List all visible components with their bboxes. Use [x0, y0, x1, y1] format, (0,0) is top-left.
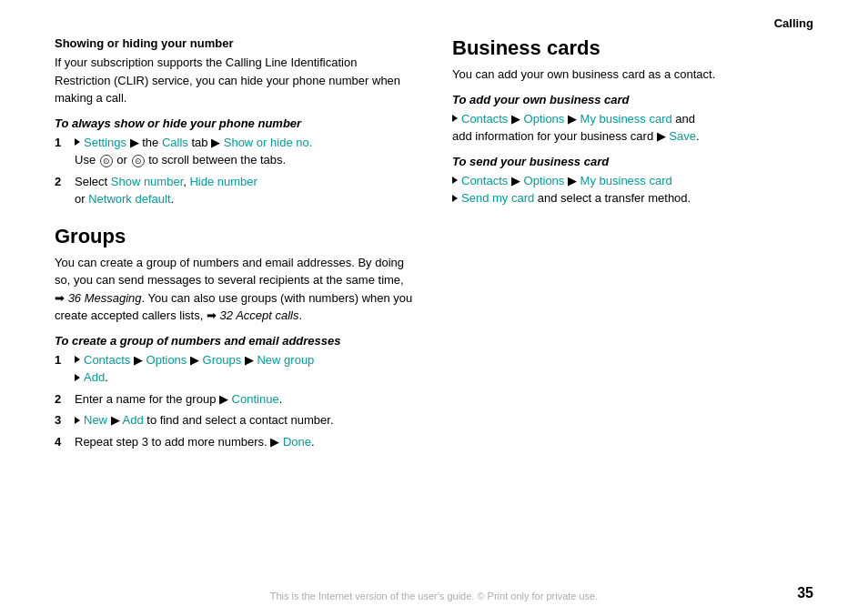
groups-body-end: . — [299, 308, 303, 322]
create-step-3: 3 New ▶ Add to find and select a contact… — [55, 411, 416, 429]
always-show-subsection: To always show or hide your phone number… — [55, 116, 416, 208]
step-2-number: 2 — [55, 173, 67, 208]
bc-contacts-link[interactable]: Contacts — [461, 112, 508, 126]
step-2: 2 Select Show number, Hide numberor Netw… — [55, 173, 416, 208]
send-my-business-link[interactable]: My business card — [580, 174, 672, 187]
create-step-2-number: 2 — [55, 390, 67, 409]
scroll-up-icon: ⊙ — [100, 155, 113, 167]
showing-section-body: If your subscription supports the Callin… — [55, 54, 416, 107]
business-cards-section: Business cards You can add your own busi… — [452, 36, 813, 84]
scroll-down-icon: ⊙ — [132, 155, 145, 167]
groups-ref2-page: 32 — [220, 308, 237, 322]
bc-save-link[interactable]: Save — [669, 129, 696, 143]
send-options-link[interactable]: Options — [524, 174, 565, 187]
create-step-1-content: Contacts ▶ Options ▶ Groups ▶ New group … — [75, 351, 314, 387]
bc-options-link[interactable]: Options — [524, 112, 565, 126]
new-link[interactable]: New — [84, 413, 107, 427]
create-step-4: 4 Repeat step 3 to add more numbers. ▶ D… — [55, 433, 416, 451]
groups-link[interactable]: Groups — [203, 353, 242, 367]
groups-section: Groups You can create a group of numbers… — [55, 225, 416, 325]
calls-link[interactable]: Calls — [162, 136, 188, 149]
create-step-4-number: 4 — [55, 433, 67, 451]
settings-link[interactable]: Settings — [84, 136, 126, 149]
continue-link[interactable]: Continue — [232, 392, 279, 406]
add-business-card-title: To add your own business card — [452, 93, 813, 106]
create-group-title: To create a group of numbers and email a… — [55, 334, 416, 348]
add-link-2[interactable]: Add — [123, 413, 144, 427]
add-link-1[interactable]: Add — [84, 370, 105, 384]
content-area: Showing or hiding your number If your su… — [55, 36, 813, 458]
showing-section: Showing or hiding your number If your su… — [55, 36, 416, 107]
create-step-3-number: 3 — [55, 411, 67, 429]
hide-number-link[interactable]: Hide number — [189, 175, 257, 188]
groups-ref1-text: Messaging — [85, 291, 142, 305]
create-group-subsection: To create a group of numbers and email a… — [55, 334, 416, 451]
section-header: Calling — [774, 16, 813, 30]
showing-section-title: Showing or hiding your number — [55, 36, 416, 50]
send-business-card-subsection: To send your business card Contacts ▶ Op… — [452, 155, 813, 207]
right-column: Business cards You can add your own busi… — [452, 36, 813, 458]
add-business-card-content: Contacts ▶ Options ▶ My business card an… — [452, 110, 813, 146]
bc-my-business-link[interactable]: My business card — [580, 112, 672, 126]
show-number-link[interactable]: Show number — [111, 175, 184, 188]
groups-title: Groups — [55, 225, 416, 248]
send-business-card-title: To send your business card — [452, 155, 813, 168]
left-column: Showing or hiding your number If your su… — [55, 36, 416, 458]
network-default-link[interactable]: Network default — [88, 192, 170, 206]
create-group-steps: 1 Contacts ▶ Options ▶ Groups ▶ New grou… — [55, 351, 416, 451]
create-step-1: 1 Contacts ▶ Options ▶ Groups ▶ New grou… — [55, 351, 416, 387]
page-footer: This is the Internet version of the user… — [0, 591, 868, 601]
send-business-card-content: Contacts ▶ Options ▶ My business card Se… — [452, 172, 813, 207]
add-business-card-subsection: To add your own business card Contacts ▶… — [452, 93, 813, 146]
business-cards-title: Business cards — [452, 36, 813, 60]
step-1-content: Settings ▶ the Calls tab ▶ Show or hide … — [75, 134, 312, 169]
always-show-title: To always show or hide your phone number — [55, 116, 416, 130]
create-step-2: 2 Enter a name for the group ▶ Continue. — [55, 390, 416, 409]
show-hide-link[interactable]: Show or hide no. — [224, 136, 313, 149]
always-show-steps: 1 Settings ▶ the Calls tab ▶ Show or hid… — [55, 134, 416, 208]
step-2-content: Select Show number, Hide numberor Networ… — [75, 173, 257, 208]
create-step-1-number: 1 — [55, 351, 67, 387]
create-step-3-content: New ▶ Add to find and select a contact n… — [75, 411, 334, 429]
groups-memo-arrow2: ➡ — [207, 308, 220, 322]
options-link-1[interactable]: Options — [146, 353, 187, 367]
done-link[interactable]: Done — [283, 435, 311, 449]
groups-body: You can create a group of numbers and em… — [55, 254, 416, 325]
groups-ref2-text: Accept calls — [236, 308, 298, 322]
groups-memo-arrow: ➡ — [55, 291, 68, 305]
page-container: Calling Showing or hiding your number If… — [0, 0, 868, 616]
create-step-2-content: Enter a name for the group ▶ Continue. — [75, 390, 282, 409]
send-my-card-link[interactable]: Send my card — [461, 191, 534, 205]
send-contacts-link[interactable]: Contacts — [461, 174, 508, 187]
business-cards-body: You can add your own business card as a … — [452, 66, 813, 84]
contacts-link-1[interactable]: Contacts — [84, 353, 130, 367]
groups-body-text1: You can create a group of numbers and em… — [55, 256, 404, 288]
groups-ref1-page: 36 — [68, 291, 85, 305]
create-step-4-content: Repeat step 3 to add more numbers. ▶ Don… — [75, 433, 315, 451]
step-1: 1 Settings ▶ the Calls tab ▶ Show or hid… — [55, 134, 416, 169]
step-1-number: 1 — [55, 134, 67, 169]
page-number: 35 — [797, 585, 813, 601]
new-group-link[interactable]: New group — [257, 353, 314, 367]
